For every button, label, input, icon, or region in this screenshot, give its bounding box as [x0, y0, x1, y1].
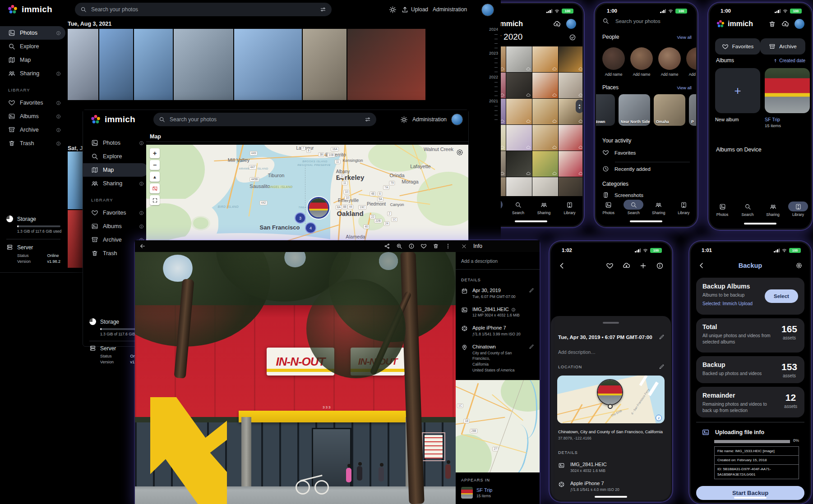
- photo-tile[interactable]: [506, 177, 532, 196]
- sidebar-item-map[interactable]: Map: [0, 53, 65, 67]
- photo-tile[interactable]: [532, 99, 558, 124]
- photo-tile[interactable]: [506, 73, 532, 98]
- home-indicator[interactable]: [595, 496, 627, 498]
- tab-library[interactable]: Library: [788, 202, 808, 217]
- photo-thumbnail[interactable]: [134, 29, 173, 100]
- photo-tile[interactable]: [506, 125, 532, 151]
- sidebar-item-favorites[interactable]: Favorites: [83, 206, 148, 220]
- tab-search[interactable]: Search: [508, 200, 528, 215]
- album-name[interactable]: SF Trip: [765, 117, 780, 122]
- photo-tile[interactable]: [559, 46, 584, 72]
- activity-favorites[interactable]: Favorites: [602, 149, 690, 156]
- tab-sharing[interactable]: Sharing: [763, 202, 783, 217]
- photo-tile[interactable]: [559, 177, 584, 196]
- sidebar-item-trash[interactable]: Trash: [0, 137, 65, 150]
- sidebar-item-albums[interactable]: Albums: [0, 110, 65, 123]
- select-all-icon[interactable]: [569, 34, 576, 41]
- home-indicator[interactable]: [734, 497, 767, 499]
- favorites-button[interactable]: Favorites: [715, 38, 760, 55]
- sidebar-item-map[interactable]: Map: [83, 163, 148, 177]
- back-icon[interactable]: [139, 243, 146, 249]
- sidebar-item-photos[interactable]: Photos: [83, 136, 148, 150]
- edit-pencil-icon[interactable]: [529, 288, 534, 293]
- cloud-backup-icon[interactable]: [553, 20, 561, 28]
- person-face[interactable]: Add name: [658, 47, 681, 77]
- add-name-link[interactable]: Add name: [633, 72, 651, 77]
- photo-thumbnail[interactable]: [347, 29, 425, 100]
- home-indicator[interactable]: [515, 220, 547, 222]
- home-indicator[interactable]: [630, 220, 662, 222]
- sidebar-item-favorites[interactable]: Favorites: [0, 96, 65, 110]
- place-card[interactable]: Omaha: [654, 94, 685, 126]
- favorite-heart-icon[interactable]: [606, 262, 614, 270]
- tab-photos[interactable]: Photos: [599, 200, 619, 215]
- immich-logo[interactable]: immich: [83, 114, 158, 125]
- person-face[interactable]: Add name: [686, 47, 696, 77]
- delete-trash-icon[interactable]: [433, 243, 439, 249]
- search-input[interactable]: Search your photos: [153, 113, 376, 126]
- map-attribution-info-icon[interactable]: i: [656, 415, 662, 421]
- place-card[interactable]: Chinatown: [596, 94, 615, 126]
- place-card[interactable]: P: [689, 94, 696, 126]
- map-cluster-marker[interactable]: 3: [295, 212, 306, 224]
- sidebar-item-sharing[interactable]: Sharing: [0, 67, 65, 80]
- sidebar-item-albums[interactable]: Albums: [83, 220, 148, 233]
- zoom-in-icon[interactable]: [396, 243, 402, 249]
- photo-thumbnail[interactable]: [68, 151, 83, 209]
- people-view-all-link[interactable]: View all: [677, 35, 692, 40]
- info-icon[interactable]: [408, 243, 415, 249]
- sidebar-item-photos[interactable]: Photos: [0, 26, 65, 40]
- theme-toggle-icon[interactable]: [400, 116, 408, 124]
- photo-tile[interactable]: [559, 125, 584, 151]
- person-face[interactable]: Add name: [602, 47, 625, 77]
- sidebar-item-archive[interactable]: Archive: [0, 123, 65, 137]
- location-mini-map[interactable]: 1C1828827: [456, 380, 540, 472]
- more-options-icon[interactable]: [445, 243, 451, 249]
- photo-tile[interactable]: [559, 73, 584, 98]
- place-card[interactable]: Near North Side: [619, 94, 650, 126]
- avatar[interactable]: [795, 19, 804, 29]
- edit-pencil-icon[interactable]: [529, 344, 534, 349]
- info-icon[interactable]: [511, 307, 516, 312]
- tab-photos[interactable]: Photos: [712, 202, 732, 217]
- search-filter-icon[interactable]: [320, 6, 326, 13]
- administration-link[interactable]: Administration: [412, 116, 447, 123]
- add-plus-icon[interactable]: [639, 262, 647, 270]
- photo-thumbnail[interactable]: [99, 29, 133, 100]
- share-icon[interactable]: [384, 243, 390, 249]
- add-name-link[interactable]: Add name: [605, 72, 623, 77]
- hide-markers-button[interactable]: [150, 183, 160, 193]
- archive-button[interactable]: Archive: [760, 38, 805, 55]
- sidebar-item-explore[interactable]: Explore: [83, 150, 148, 163]
- fullscreen-button[interactable]: [150, 195, 160, 205]
- sidebar-item-sharing[interactable]: Sharing: [83, 177, 148, 190]
- photo-tile[interactable]: [559, 151, 584, 177]
- avatar[interactable]: [566, 19, 576, 29]
- photo-tile[interactable]: [532, 125, 558, 151]
- theme-toggle-icon[interactable]: [389, 6, 397, 14]
- favorite-heart-icon[interactable]: [420, 243, 427, 249]
- avatar[interactable]: [451, 114, 463, 125]
- search-filter-icon[interactable]: [365, 116, 371, 123]
- photo-thumbnail[interactable]: [68, 29, 98, 100]
- immich-logo[interactable]: immich: [0, 4, 75, 15]
- tab-search[interactable]: Search: [624, 200, 643, 215]
- search-input[interactable]: Search your photos: [602, 18, 692, 24]
- trash-icon[interactable]: [768, 20, 776, 28]
- search-input[interactable]: Search your photos: [75, 3, 332, 16]
- tab-library[interactable]: Library: [560, 200, 580, 215]
- back-chevron-icon[interactable]: [558, 262, 566, 270]
- upload-button[interactable]: Upload: [401, 6, 428, 14]
- album-link-row[interactable]: SF Trip 15 items: [456, 484, 540, 502]
- map-photo-marker[interactable]: [308, 197, 329, 219]
- zoom-in-button[interactable]: +: [150, 148, 160, 158]
- sheet-drag-handle[interactable]: [603, 322, 619, 324]
- close-icon[interactable]: [461, 243, 467, 249]
- photo-tile[interactable]: [506, 151, 532, 177]
- cloud-backup-icon[interactable]: [781, 20, 789, 28]
- edit-pencil-icon[interactable]: [659, 364, 665, 370]
- new-album-button[interactable]: +: [715, 68, 760, 113]
- photo-tile[interactable]: [532, 73, 558, 98]
- photo-thumbnail[interactable]: [303, 29, 346, 100]
- tab-sharing[interactable]: Sharing: [534, 200, 554, 215]
